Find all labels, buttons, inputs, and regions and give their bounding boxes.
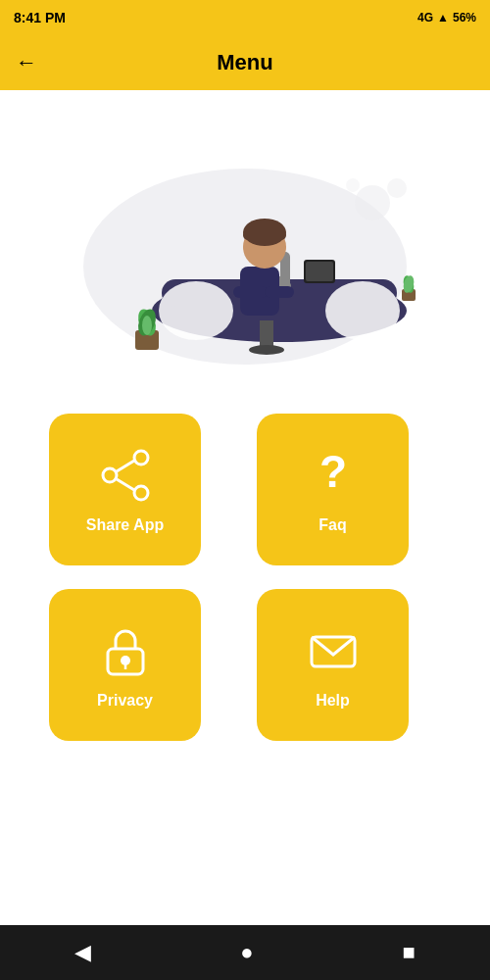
status-bar: 8:41 PM 4G ▲ 56%: [0, 0, 490, 35]
svg-rect-16: [233, 286, 268, 298]
illustration-container: [0, 90, 490, 404]
lock-icon: [96, 621, 155, 680]
nav-back-button[interactable]: ◀: [74, 940, 91, 965]
share-icon: [96, 446, 155, 505]
main-content: Share App ? Faq Privacy Help: [0, 90, 490, 751]
nav-recent-button[interactable]: ■: [403, 940, 416, 965]
svg-point-9: [249, 345, 284, 355]
mail-icon: [304, 621, 363, 680]
svg-point-3: [346, 178, 360, 192]
menu-grid: Share App ? Faq Privacy Help: [0, 404, 490, 751]
svg-point-7: [325, 281, 400, 340]
nav-home-button[interactable]: ●: [240, 940, 253, 965]
header: ← Menu: [0, 35, 490, 90]
svg-rect-17: [265, 286, 294, 298]
svg-point-27: [134, 451, 148, 465]
help-label: Help: [316, 692, 350, 710]
faq-button[interactable]: ? Faq: [257, 414, 409, 565]
share-app-label: Share App: [86, 516, 164, 534]
svg-point-34: [121, 656, 130, 665]
svg-point-23: [142, 316, 152, 335]
status-icons: 4G ▲ 56%: [417, 11, 476, 24]
svg-point-6: [159, 281, 233, 340]
bottom-navigation: ◀ ● ■: [0, 925, 490, 980]
privacy-label: Privacy: [97, 692, 153, 710]
svg-point-28: [103, 468, 117, 482]
hero-illustration: [69, 115, 421, 379]
header-title: Menu: [217, 50, 272, 75]
battery-icon: 56%: [453, 11, 476, 24]
svg-point-29: [134, 486, 148, 500]
back-button[interactable]: ←: [16, 50, 37, 75]
svg-line-31: [117, 479, 134, 490]
svg-rect-19: [306, 262, 333, 281]
privacy-button[interactable]: Privacy: [49, 589, 201, 741]
faq-icon: ?: [304, 446, 363, 505]
svg-line-30: [117, 461, 134, 471]
svg-text:?: ?: [318, 446, 346, 497]
help-button[interactable]: Help: [257, 589, 409, 741]
svg-point-2: [387, 178, 407, 198]
faq-label: Faq: [318, 516, 346, 534]
svg-rect-15: [243, 230, 286, 240]
signal-icon: ▲: [437, 11, 449, 24]
status-time: 8:41 PM: [14, 10, 66, 25]
svg-point-1: [355, 185, 390, 220]
share-app-button[interactable]: Share App: [49, 414, 201, 565]
network-icon: 4G: [417, 11, 433, 24]
